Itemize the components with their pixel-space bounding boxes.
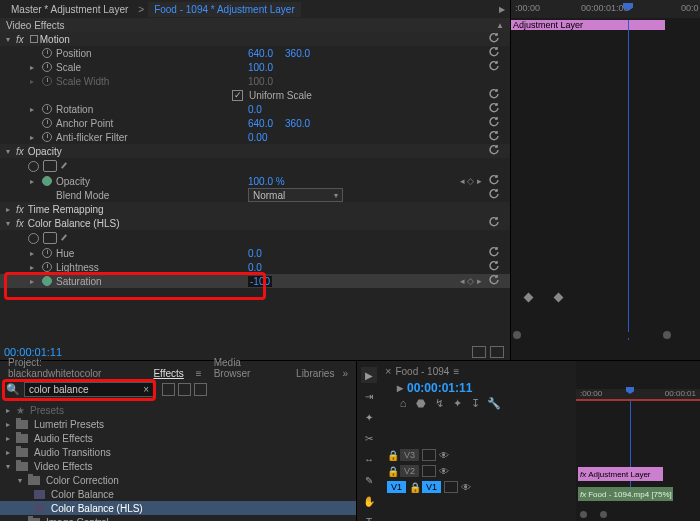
sequence-ruler[interactable]: :00:00 00:00:01	[576, 389, 700, 401]
effects-search-input[interactable]: color balance ×	[24, 382, 154, 397]
sequence-timecode[interactable]: 00:00:01:11	[397, 381, 472, 395]
lightness-value[interactable]: 0.0	[248, 262, 262, 273]
wrench-icon[interactable]: 🔧	[487, 397, 499, 409]
tab-effects[interactable]: Effects	[145, 368, 191, 379]
razor-tool-icon[interactable]: ✂	[361, 430, 377, 446]
position-y[interactable]: 360.0	[285, 48, 310, 59]
reset-icon[interactable]	[488, 116, 502, 130]
pen-tool-icon[interactable]: ✎	[361, 472, 377, 488]
clear-search-icon[interactable]: ×	[143, 384, 149, 395]
filter-icon[interactable]	[194, 383, 207, 396]
tree-item-video-effects[interactable]: ▾Video Effects	[0, 459, 356, 473]
effect-opacity-header[interactable]: ▾fx Opacity	[0, 144, 510, 158]
overflow-icon[interactable]: »	[342, 368, 356, 379]
timeline-ruler[interactable]: :00:00 00:00:01:00 00:0	[511, 0, 700, 18]
tree-item-color-correction[interactable]: ▾Color Correction	[0, 473, 356, 487]
reset-icon[interactable]	[488, 144, 502, 158]
snap-icon[interactable]: ⌂	[397, 397, 409, 409]
rect-mask-icon[interactable]	[43, 160, 57, 172]
blend-mode-row[interactable]: Blend Mode Normal▾	[0, 188, 510, 202]
settings-icon[interactable]: ✦	[451, 397, 463, 409]
pen-mask-icon[interactable]	[61, 160, 73, 172]
footer-icon[interactable]	[490, 346, 504, 358]
close-icon[interactable]: ×	[385, 365, 391, 377]
tab-project[interactable]: Project: blackandwhitetocolor	[0, 357, 145, 379]
marker-icon[interactable]: ⬣	[415, 397, 427, 409]
adjustment-layer-track[interactable]: Adjustment Layer	[511, 20, 665, 30]
stopwatch-icon[interactable]	[42, 248, 52, 258]
rect-mask-icon[interactable]	[43, 232, 57, 244]
rotation-value[interactable]: 0.0	[248, 104, 262, 115]
blend-mode-select[interactable]: Normal▾	[248, 188, 343, 202]
reset-icon[interactable]	[488, 60, 502, 74]
ellipse-mask-icon[interactable]	[28, 161, 39, 172]
clip-food-video[interactable]: fxFood - 1094.mp4 [75%]	[578, 487, 673, 501]
reset-icon[interactable]	[488, 32, 502, 46]
reset-icon[interactable]	[488, 46, 502, 60]
play-icon[interactable]: ▶	[499, 5, 505, 14]
stopwatch-icon[interactable]	[42, 104, 52, 114]
track-v2[interactable]: 🔒V2👁	[387, 463, 531, 479]
flicker-row[interactable]: ▸ Anti-flicker Filter 0.00	[0, 130, 510, 144]
tab-media-browser[interactable]: Media Browser	[206, 357, 288, 379]
effect-motion-header[interactable]: ▾fx Motion	[0, 32, 510, 46]
stopwatch-icon[interactable]	[42, 262, 52, 272]
effect-color-balance-header[interactable]: ▾fx Color Balance (HLS)	[0, 216, 510, 230]
reset-icon[interactable]	[488, 102, 502, 116]
hue-row[interactable]: ▸ Hue 0.0	[0, 246, 510, 260]
scale-value[interactable]: 100.0	[248, 62, 273, 73]
ellipse-mask-icon[interactable]	[28, 233, 39, 244]
hue-value[interactable]: 0.0	[248, 248, 262, 259]
position-x[interactable]: 640.0	[248, 48, 273, 59]
link-icon[interactable]: ↯	[433, 397, 445, 409]
tree-item-audio-effects[interactable]: ▸Audio Effects	[0, 431, 356, 445]
keyframe-icon[interactable]	[554, 292, 564, 302]
saturation-row[interactable]: ▸ Saturation -100 ◂ ◇ ▸	[0, 274, 510, 288]
track-select-tool-icon[interactable]: ⇥	[361, 388, 377, 404]
sequence-scrollbar[interactable]	[580, 512, 690, 518]
pen-mask-icon[interactable]	[61, 232, 73, 244]
keyframe-icon[interactable]	[524, 292, 534, 302]
tab-menu-icon[interactable]: ≡	[192, 368, 206, 379]
playhead-icon[interactable]	[626, 387, 634, 397]
track-v3[interactable]: 🔒V3👁	[387, 447, 531, 463]
reset-icon[interactable]	[488, 174, 502, 188]
flicker-value[interactable]: 0.00	[248, 132, 267, 143]
opacity-value[interactable]: 100.0 %	[248, 176, 285, 187]
slip-tool-icon[interactable]: ↔	[361, 451, 377, 467]
filter-icon[interactable]	[178, 383, 191, 396]
tree-item-lumetri[interactable]: ▸Lumetri Presets	[0, 417, 356, 431]
scale-row[interactable]: ▸ Scale 100.0	[0, 60, 510, 74]
opacity-row[interactable]: ▸ Opacity 100.0 % ◂ ◇ ▸	[0, 174, 510, 188]
uniform-scale-row[interactable]: ✓Uniform Scale	[0, 88, 510, 102]
anchor-y[interactable]: 360.0	[285, 118, 310, 129]
timeline-scrollbar[interactable]	[517, 332, 667, 338]
breadcrumb-clip[interactable]: Food - 1094 * Adjustment Layer	[148, 2, 301, 17]
reset-icon[interactable]	[488, 216, 502, 230]
tree-item-image-control[interactable]: ▾Image Control	[0, 515, 356, 521]
stopwatch-icon[interactable]	[42, 48, 52, 58]
stopwatch-active-icon[interactable]	[42, 276, 52, 286]
ripple-tool-icon[interactable]: ✦	[361, 409, 377, 425]
stopwatch-icon[interactable]	[42, 132, 52, 142]
checkbox-checked-icon[interactable]: ✓	[232, 90, 243, 101]
tree-item-color-balance-hls[interactable]: Color Balance (HLS)	[0, 501, 356, 515]
footer-icon[interactable]	[472, 346, 486, 358]
reset-icon[interactable]	[488, 88, 502, 102]
stopwatch-active-icon[interactable]	[42, 176, 52, 186]
track-v1[interactable]: V1🔒V1👁	[387, 479, 531, 495]
sequence-title[interactable]: Food - 1094	[395, 366, 449, 377]
reset-icon[interactable]	[488, 274, 502, 288]
reset-icon[interactable]	[488, 260, 502, 274]
reset-icon[interactable]	[488, 188, 502, 202]
tree-item-presets[interactable]: ▸★Presets	[0, 403, 356, 417]
tab-menu-icon[interactable]: ≡	[453, 366, 459, 377]
anchor-x[interactable]: 640.0	[248, 118, 273, 129]
selection-tool-icon[interactable]: ▶	[361, 367, 377, 383]
tab-libraries[interactable]: Libraries	[288, 368, 342, 379]
anchor-row[interactable]: Anchor Point 640.0360.0	[0, 116, 510, 130]
header-toggle-icon[interactable]: ▲	[496, 21, 504, 30]
effect-time-remap-header[interactable]: ▸fx Time Remapping	[0, 202, 510, 216]
stopwatch-icon[interactable]	[42, 62, 52, 72]
type-tool-icon[interactable]: T	[361, 514, 377, 521]
